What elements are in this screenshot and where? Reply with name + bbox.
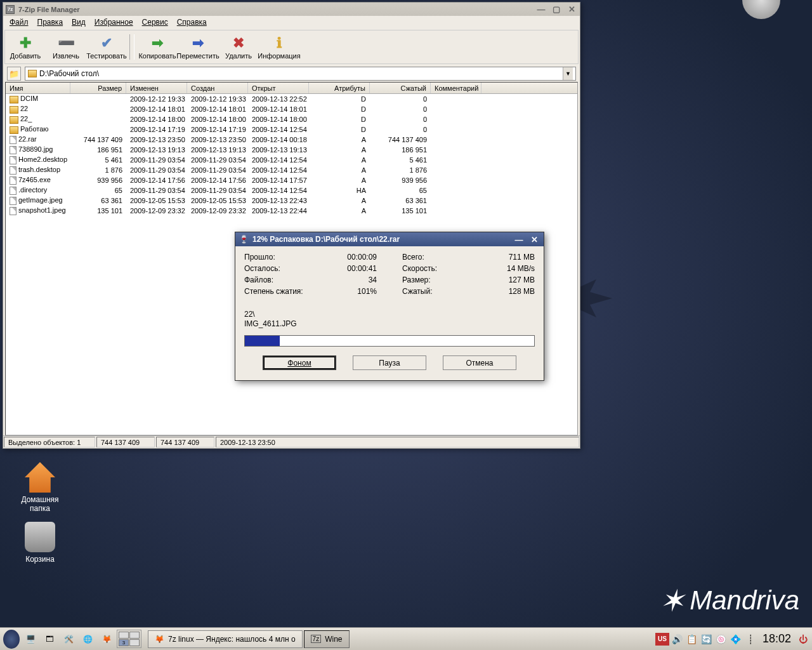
trash-icon (25, 522, 55, 552)
desktop-icon-trash[interactable]: Корзина (11, 522, 69, 564)
show-desktop-icon[interactable]: 🖥️ (22, 630, 39, 648)
cancel-button[interactable]: Отмена (443, 355, 516, 370)
menu-help[interactable]: Справка (173, 17, 211, 27)
status-size1: 744 137 409 (96, 437, 155, 448)
col-cre[interactable]: Создан (187, 83, 248, 93)
label-ratio: Степень сжатия: (244, 287, 303, 298)
volume-icon[interactable]: 🔊 (671, 633, 684, 646)
window-list-icon[interactable]: 🗔 (41, 630, 58, 648)
minimize-button[interactable]: — (513, 234, 525, 244)
menu-view[interactable]: Вид (68, 17, 89, 27)
table-row[interactable]: Работаю2009-12-14 17:192009-12-14 17:192… (6, 124, 577, 135)
task-firefox[interactable]: 🦊 7z linux — Яндекс: нашлось 4 млн о (148, 630, 303, 648)
logout-icon[interactable]: ⏻ (797, 633, 809, 646)
file-icon (10, 207, 16, 215)
col-attr[interactable]: Атрибуты (309, 83, 370, 93)
table-row[interactable]: 7z465.exe939 9562009-12-14 17:562009-12-… (6, 175, 577, 185)
pause-button[interactable]: Пауза (353, 355, 426, 370)
chevron-down-icon[interactable]: ▼ (563, 67, 573, 80)
table-row[interactable]: .directory652009-11-29 03:542009-11-29 0… (6, 185, 577, 196)
background-button[interactable]: Фоном (263, 355, 336, 370)
col-comment[interactable]: Комментарий (431, 83, 481, 93)
file-icon (10, 156, 16, 164)
close-button[interactable]: ✕ (566, 4, 577, 15)
menu-file[interactable]: Файл (6, 17, 32, 27)
table-row[interactable]: trash.desktop1 8762009-11-29 03:542009-1… (6, 165, 577, 175)
extract-button[interactable]: ➖Извлечь (46, 31, 86, 63)
copy-button[interactable]: ➡Копировать (137, 31, 178, 63)
value-remain: 00:00:41 (347, 264, 377, 275)
maximize-button[interactable]: ▢ (551, 4, 562, 15)
progress-fill (245, 336, 280, 346)
firefox-icon[interactable]: 🦊 (98, 630, 115, 648)
value-files: 34 (369, 275, 377, 287)
wine-icon: 🍷 (239, 235, 249, 244)
label-elapsed: Прошло: (244, 253, 275, 264)
file-icon (10, 146, 16, 154)
status-selection: Выделено объектов: 1 (4, 437, 95, 448)
app-icon: 7z (6, 5, 15, 14)
desktop-icon-home[interactable]: Домашняя папка (11, 462, 69, 513)
plus-icon: ✚ (20, 35, 31, 51)
main-window: 7z 7-Zip File Manager — ▢ ✕ Файл Правка … (3, 2, 580, 449)
delete-button[interactable]: ✖Удалить (218, 31, 259, 63)
address-combo[interactable]: D:\Рабочий стол\ ▼ (25, 67, 576, 81)
app-icon: 7z (311, 635, 322, 643)
task-label: 7z linux — Яндекс: нашлось 4 млн о (168, 635, 296, 644)
table-row[interactable]: getImage.jpeg63 3612009-12-05 15:532009-… (6, 196, 577, 206)
folder-icon (10, 96, 18, 103)
file-icon (10, 197, 16, 205)
menu-service[interactable]: Сервис (138, 17, 172, 27)
taskbar: 🖥️ 🗔 🛠️ 🌐 🦊 3 🦊 7z linux — Яндекс: нашло… (0, 627, 812, 650)
col-open[interactable]: Открыт (248, 83, 309, 93)
mandriva-logo: ✶ Mandriva (659, 583, 799, 618)
add-button[interactable]: ✚Добавить (5, 31, 46, 63)
label-size: Размер: (402, 275, 431, 287)
close-button[interactable]: ✕ (528, 234, 540, 244)
menu-edit[interactable]: Правка (34, 17, 67, 27)
table-row[interactable]: 22.rar744 137 4092009-12-13 23:502009-12… (6, 135, 577, 145)
table-row[interactable]: DCIM2009-12-12 19:332009-12-12 19:332009… (6, 94, 577, 104)
table-row[interactable]: Home2.desktop5 4612009-11-29 03:542009-1… (6, 155, 577, 165)
table-row[interactable]: 22_2009-12-14 18:002009-12-14 18:002009-… (6, 114, 577, 124)
menu-favorites[interactable]: Избранное (91, 17, 137, 27)
clock[interactable]: 18:02 (759, 632, 795, 646)
test-button[interactable]: ✔Тестировать (86, 31, 127, 63)
title-bar[interactable]: 7z 7-Zip File Manager — ▢ ✕ (3, 3, 580, 16)
dialog-title-bar[interactable]: 🍷 12% Распаковка D:\Рабочий стол\22.rar … (235, 232, 544, 246)
minimize-button[interactable]: — (535, 4, 547, 15)
col-packed[interactable]: Сжатый (370, 83, 431, 93)
clipboard-icon[interactable]: 📋 (686, 633, 698, 646)
progress-dialog: 🍷 12% Распаковка D:\Рабочий стол\22.rar … (235, 232, 544, 381)
virtual-desktops[interactable]: 3 (117, 630, 141, 648)
folder-icon (10, 126, 18, 134)
lang-indicator[interactable]: US (655, 633, 669, 646)
table-row[interactable]: snapshot1.jpeg135 1012009-12-09 23:32200… (6, 206, 577, 216)
col-size[interactable]: Размер (70, 83, 126, 93)
window-title: 7-Zip File Manager (18, 6, 80, 13)
task-wine[interactable]: 7z Wine (304, 630, 350, 648)
settings-icon[interactable]: 🛠️ (60, 630, 77, 648)
label-remain: Осталось: (244, 264, 280, 275)
value-ratio: 101% (357, 287, 377, 298)
status-date: 2009-12-13 23:50 (216, 437, 579, 448)
globe-icon[interactable]: 🌐 (79, 630, 96, 648)
table-row[interactable]: 222009-12-14 18:012009-12-14 18:012009-1… (6, 104, 577, 114)
start-button[interactable] (3, 630, 20, 648)
table-row[interactable]: 738890.jpg186 9512009-12-13 19:132009-12… (6, 145, 577, 155)
tray-icon[interactable]: 💠 (730, 633, 742, 646)
value-size: 127 MB (509, 275, 535, 287)
up-button[interactable]: 📁 (7, 67, 21, 81)
check-icon: ✔ (101, 35, 112, 51)
update-icon[interactable]: 🔄 (700, 633, 713, 646)
table-header: Имя Размер Изменен Создан Открыт Атрибут… (6, 83, 577, 94)
col-mod[interactable]: Изменен (126, 83, 187, 93)
folder-icon (28, 70, 37, 77)
table-body: DCIM2009-12-12 19:332009-12-12 19:332009… (6, 94, 577, 216)
col-name[interactable]: Имя (6, 83, 70, 93)
toolbar-separator (129, 34, 134, 60)
tray-separator: ┊ (744, 633, 757, 646)
move-button[interactable]: ➡Переместить (178, 31, 218, 63)
tray-icon[interactable]: 🍥 (715, 633, 728, 646)
info-button[interactable]: ℹИнформация (259, 31, 299, 63)
